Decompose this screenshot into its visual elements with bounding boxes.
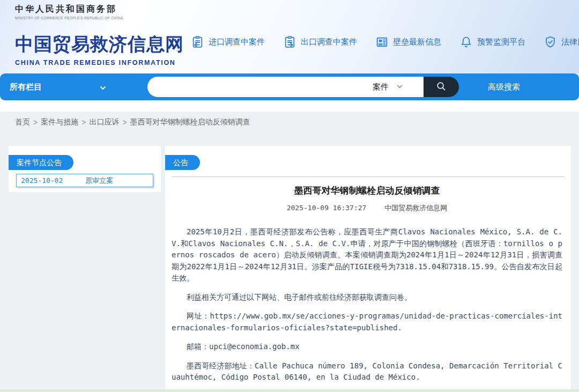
breadcrumb-export-response[interactable]: 出口应诉 [89,117,119,127]
article-body: 2025年10月2日，墨西哥经济部发布公告称，应墨西哥生产商Clavos Nac… [172,226,562,383]
barrier-news-icon [375,35,389,49]
nav-label: 出口调查中案件 [301,37,357,47]
site-name-cn: 中国贸易救济信息网 [15,32,184,57]
import-case-icon [191,35,204,49]
category-dropdown-label: 所有栏目 [10,82,42,92]
article-meta: 2025-10-09 16:37:27 中国贸易救济信息网 [172,203,562,213]
article-datetime: 2025-10-09 16:37:27 [287,204,367,212]
advanced-search-link[interactable]: 高级搜索 [472,73,536,100]
nav-label: 法律服务平台 [561,37,579,47]
search-icon [436,81,447,93]
ministry-name-en: MINISTRY OF COMMERCE PEOPLE'S REPUBLIC O… [15,16,123,20]
site-logo[interactable]: 中国贸易救济信息网 CHINA TRADE REMEDIES INFORMATI… [15,32,184,66]
tab-announcement[interactable]: 公告 [165,155,200,170]
chevron-down-icon[interactable] [99,84,107,93]
footer-strip [0,389,579,392]
case-node-item[interactable]: 2025-10-02 原审立案 [16,174,153,187]
case-node-label: 原审立案 [85,176,113,186]
search-input-group: 案件 [147,77,459,97]
nav-item-import-cases[interactable]: 进口调查中案件 [191,35,265,49]
article-paragraph: 利益相关方可通过以下网站、电子邮件或前往经济部获取调查问卷。 [172,292,562,304]
breadcrumb-separator: > [122,118,127,127]
article-paragraph: 墨西哥经济部地址：Calle Pachuca número 189, Colon… [172,360,562,383]
site-name-en: CHINA TRADE REMEDIES INFORMATION [15,59,184,66]
breadcrumb-current-page: 墨西哥对华钢制螺栓启动反倾销调查 [130,117,250,127]
search-bar: 所有栏目 案件 [0,73,579,100]
nav-item-export-cases[interactable]: 出口调查中案件 [283,35,357,49]
article-paragraph: 邮箱：upci@economia.gob.mx [172,341,562,353]
article-title: 墨西哥对华钢制螺栓启动反倾销调查 [172,184,562,197]
article-paragraph: 2025年10月2日，墨西哥经济部发布公告称，应墨西哥生产商Clavos Nac… [172,226,562,284]
ministry-name-cn: 中华人民共和国商务部 [15,4,123,15]
nav-item-barrier-news[interactable]: 壁垒最新信息 [375,35,441,49]
scope-dropdown[interactable]: 案件 [373,77,403,97]
nav-item-legal-service[interactable]: 法律服务平台 [544,35,579,49]
scope-dropdown-label: 案件 [373,82,389,92]
breadcrumb-separator: > [81,118,86,127]
category-dropdown[interactable]: 所有栏目 [10,73,42,100]
breadcrumb-separator: > [33,118,38,127]
search-button[interactable] [424,77,459,97]
page: 中华人民共和国商务部 MINISTRY OF COMMERCE PEOPLE'S… [0,0,579,392]
article-paragraph: 网址：https://www.gob.mx/se/acciones-y-prog… [172,310,562,334]
nav-label: 进口调查中案件 [209,37,265,47]
divider [172,176,565,177]
nav-label: 预警监测平台 [477,37,525,47]
breadcrumb: 首页 > 案件与措施 > 出口应诉 > 墨西哥对华钢制螺栓启动反倾销调查 [15,117,250,127]
alert-bell-icon [459,35,473,49]
chevron-down-icon [396,82,403,92]
case-node-panel-title: 案件节点公告 [9,155,73,170]
breadcrumb-home[interactable]: 首页 [15,117,30,127]
article-source: 中国贸易救济信息网 [384,204,447,212]
article: 墨西哥对华钢制螺栓启动反倾销调查 2025-10-09 16:37:27 中国贸… [172,184,562,389]
case-node-panel: 案件节点公告 2025-10-02 原审立案 [9,146,161,192]
site-header: 中华人民共和国商务部 MINISTRY OF COMMERCE PEOPLE'S… [0,0,579,73]
top-nav: 进口调查中案件 出口调查中案件 [191,31,579,53]
export-case-icon [283,35,296,49]
legal-shield-icon [544,35,557,49]
nav-label: 壁垒最新信息 [393,37,441,47]
ministry-logo[interactable]: 中华人民共和国商务部 MINISTRY OF COMMERCE PEOPLE'S… [15,4,123,20]
case-node-date: 2025-10-02 [21,176,63,184]
advanced-search-label: 高级搜索 [488,82,520,92]
breadcrumb-cases-measures[interactable]: 案件与措施 [41,117,78,127]
nav-item-alert-monitor[interactable]: 预警监测平台 [459,35,525,49]
announcement-panel: 公告 墨西哥对华钢制螺栓启动反倾销调查 2025-10-09 16:37:27 … [165,146,571,389]
